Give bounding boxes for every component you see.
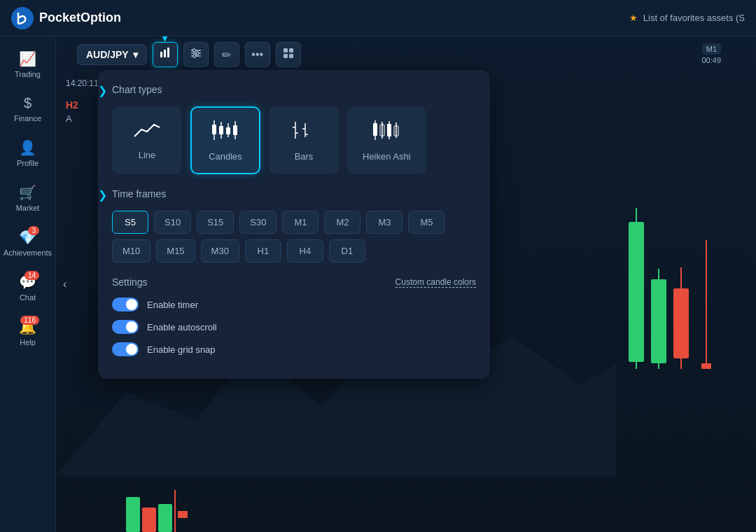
tf-s5[interactable]: S5 [112,211,148,234]
tf-h1[interactable]: H1 [245,239,281,262]
sidebar-item-help[interactable]: 🔔 116 Help [4,312,52,354]
chart-type-line[interactable]: Line [112,106,182,174]
market-icon: 🛒 [19,184,36,201]
heiken-ashi-icon [371,119,402,146]
mini-candle-1 [126,497,140,532]
star-icon: ★ [629,13,638,23]
back-arrow[interactable]: ‹ [63,36,66,532]
tf-m5[interactable]: M5 [408,211,444,234]
candle-1 [629,208,644,369]
tf-s10[interactable]: S10 [154,211,191,234]
sidebar-item-market[interactable]: 🛒 Market [4,177,52,219]
toggle-autoscroll-row: Enable autoscroll [112,320,476,334]
chart-type-candles[interactable]: Candles [190,106,260,174]
tf-h4[interactable]: H4 [287,239,323,262]
svg-rect-1 [160,52,162,57]
toggle-timer-label: Enable timer [147,300,198,310]
sidebar-item-profile[interactable]: 👤 Profile [4,132,52,174]
asset-label: AUD/JPY [86,49,129,60]
chat-badge-wrap: 💬 14 [19,274,36,290]
candle-3 [673,267,689,369]
header: PocketOption ★ List of favorites assets … [0,0,756,36]
svg-rect-29 [373,123,377,136]
a-label: A [66,113,78,124]
chat-badge: 14 [24,271,39,280]
sidebar-item-chat[interactable]: 💬 14 Chat [4,267,52,309]
draw-button[interactable]: ✏ [214,42,239,67]
toggle-gridsnap[interactable] [112,342,139,356]
timeframes-grid: S5 S10 S15 S30 M1 M2 M3 M5 M10 M15 M30 H… [112,211,476,262]
achievements-badge: 3 [28,226,39,235]
tf-m2[interactable]: M2 [324,211,360,234]
candle-2 [651,269,666,369]
candles-display [602,75,756,425]
tf-m30[interactable]: M30 [201,239,239,262]
settings-title: Settings [112,276,148,288]
bottom-candles [126,476,188,532]
svg-rect-10 [284,48,288,52]
svg-rect-15 [212,125,216,134]
main-layout: 📈 Trading $ Finance 👤 Profile 🛒 Market 💎… [0,36,756,532]
mini-candle-3 [158,504,172,532]
toggle-timer-row: Enable timer [112,298,476,312]
tf-d1[interactable]: D1 [329,239,365,262]
more-icon: ••• [251,48,263,61]
logo-icon [11,7,34,29]
tf-m15[interactable]: M15 [156,239,195,262]
svg-point-7 [192,49,195,52]
tf-m10[interactable]: M10 [112,239,150,262]
chart-types-row: Line [112,106,476,174]
tf-m3[interactable]: M3 [366,211,402,234]
expand-arrow-timeframes[interactable]: ❯ [98,188,107,202]
pencil-icon: ✏ [222,48,231,62]
heiken-ashi-label: Heiken Ashi [363,151,411,162]
mini-candle-2 [142,507,156,532]
sidebar-item-finance[interactable]: $ Finance [4,88,52,130]
candle-4 [701,240,711,369]
trading-icon: 📈 [19,50,36,67]
svg-rect-2 [164,50,166,57]
sidebar-item-label-chat: Chat [20,293,36,302]
tf-s15[interactable]: S15 [197,211,234,234]
chart-type-button[interactable]: ▾ [153,42,178,67]
logo: PocketOption [11,7,121,29]
logo-text: PocketOption [39,10,121,25]
toggle-timer[interactable] [112,298,139,312]
sidebar-item-achievements[interactable]: 💎 3 Achievements [4,222,52,264]
line-label: Line [139,150,156,160]
expand-arrow-top[interactable]: ❯ [98,84,107,97]
asset-selector[interactable]: AUD/JPY ▾ [77,44,147,65]
finance-icon: $ [24,95,31,111]
tf-m1[interactable]: M1 [282,211,318,234]
settings-icon [190,47,202,62]
toolbar: AUD/JPY ▾ ▾ [56,36,756,73]
settings-button[interactable] [183,42,209,67]
sidebar-item-trading[interactable]: 📈 Trading [4,43,52,85]
favorites-label: List of favorites assets (S [643,13,745,23]
profile-icon: 👤 [19,139,36,156]
sidebar-item-label-market: Market [16,204,40,212]
chart-settings-popup: ❯ Chart types Line [98,70,490,379]
svg-point-8 [196,52,199,55]
tf-s30[interactable]: S30 [239,211,276,234]
custom-candle-colors-link[interactable]: Custom candle colors [396,277,476,288]
layout-button[interactable] [276,42,301,67]
chart-type-bars[interactable]: Bars [269,106,339,174]
toggle-gridsnap-label: Enable grid snap [147,344,216,355]
mini-candle-4 [174,490,176,532]
toggle-autoscroll[interactable] [112,320,139,334]
timeframes-section: ❯ Time frames [112,188,476,200]
chart-type-heiken-ashi[interactable]: Heiken Ashi [347,106,426,174]
svg-rect-33 [387,124,391,136]
svg-point-9 [193,55,196,57]
help-badge: 116 [20,316,39,325]
sidebar-item-label-trading: Trading [15,70,41,78]
svg-rect-3 [167,48,169,57]
sidebar-item-label-profile: Profile [17,159,38,167]
settings-header: Settings Custom candle colors [112,276,476,288]
svg-rect-19 [226,127,230,134]
achievements-badge-wrap: 💎 3 [19,229,36,246]
more-button[interactable]: ••• [245,42,270,67]
sidebar-item-label-help: Help [20,338,36,346]
chart-types-title: Chart types [112,84,476,95]
